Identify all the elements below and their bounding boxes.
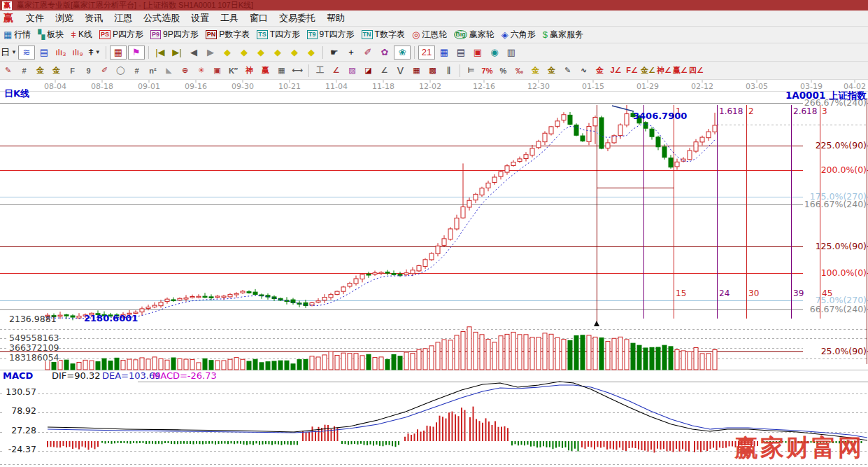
t3-button-time-clock[interactable]: ◯ <box>113 64 128 78</box>
t3-button-gold-underline[interactable]: 金 <box>544 64 559 78</box>
menu-item-tools[interactable]: 工具 <box>215 13 244 23</box>
t2-button-diamond-v-expand[interactable]: ◆ <box>304 46 319 60</box>
toolbar1-button-quotes[interactable]: ▦行情 <box>0 28 34 42</box>
t2-button-period-day[interactable]: 日▼ <box>1 46 17 60</box>
toolbar1-button-winner-wheel[interactable]: Big赢家轮 <box>450 28 498 42</box>
t3-button-n-squared[interactable]: n² <box>145 64 160 78</box>
t3-button-shen-angle[interactable]: 神∠ <box>657 64 671 78</box>
t3-button-gold-grid-2[interactable]: 金 <box>49 64 64 78</box>
t3-button-brush[interactable]: ✐ <box>97 64 112 78</box>
t2-button-web-browser[interactable]: ◉ <box>487 46 502 60</box>
toolbar1-button-gann-wheel[interactable]: ◎江恩轮 <box>408 28 450 42</box>
t2-button-diamond-right[interactable]: ◆ <box>236 46 252 60</box>
t3-button-vee-lines[interactable]: ⋁ <box>393 64 408 78</box>
menu-item-file[interactable]: 文件 <box>20 13 50 23</box>
t2-button-brain-tool[interactable]: ❀ <box>394 46 411 60</box>
t2-button-pattern-box[interactable]: ▦ <box>110 46 127 60</box>
t3-button-shade-box-2[interactable]: ◪ <box>361 64 376 78</box>
t3-button-gold-red[interactable]: 金 <box>592 64 607 78</box>
toolbar1-button-9t-square[interactable]: T99T四方形 <box>304 28 358 42</box>
menu-item-window[interactable]: 窗口 <box>244 13 273 23</box>
t2-button-jump-first[interactable]: |◀ <box>152 46 168 60</box>
t3-button-nine-grid[interactable]: 9 <box>81 64 96 78</box>
menu-item-help[interactable]: 帮助 <box>321 13 350 23</box>
t3-button-gold-grid-1[interactable]: 金 <box>33 64 48 78</box>
t2-button-note-board[interactable]: ▤ <box>36 46 52 60</box>
t2-button-pin-measure[interactable]: ✐ <box>360 46 376 60</box>
volume-bar <box>178 359 182 370</box>
t3-button-dense-grid[interactable]: ▦ <box>409 64 424 78</box>
t3-button-f-angle[interactable]: F∠ <box>625 64 639 78</box>
t2-button-pan-hand[interactable]: ☛ <box>327 46 342 60</box>
volume-bar <box>593 337 597 370</box>
t3-button-k-mark[interactable]: Κ″ <box>226 64 241 78</box>
menu-item-gann[interactable]: 江恩 <box>108 13 138 23</box>
t2-button-color-profile[interactable]: ⚑ <box>128 46 145 60</box>
t3-button-grid-123[interactable]: ▦ <box>274 64 289 78</box>
toolbar1-button-9p-square[interactable]: P99P四方形 <box>147 28 202 42</box>
t3-button-curve-tool[interactable]: ∿ <box>576 64 591 78</box>
t3-button-angle-lines[interactable]: ∠ <box>377 64 392 78</box>
level-label-bg <box>803 242 867 251</box>
menu-item-browse[interactable]: 浏览 <box>50 13 79 23</box>
t3-button-fan-lines[interactable]: ∠ <box>329 64 343 78</box>
toolbar1-button-p-number-table[interactable]: PNP数字表 <box>202 28 254 42</box>
t3-button-gold-angle[interactable]: 金∠ <box>641 64 655 78</box>
t2-button-gann-glasses[interactable]: ✿ <box>377 46 392 60</box>
t3-button-parallel-lines[interactable]: ∥ <box>441 64 456 78</box>
t3-button-f-grid[interactable]: F <box>65 64 80 78</box>
t2-button-print[interactable]: ▥ <box>504 46 519 60</box>
t2-button-diamond-h-compress[interactable]: ◆ <box>270 46 285 60</box>
t2-button-candle-type[interactable]: ǂ▼ <box>87 46 102 60</box>
toolbar1-button-p-square[interactable]: PSP四方形 <box>96 28 147 42</box>
t3-button-gold-circle[interactable]: 金 <box>528 64 543 78</box>
toolbar1-button-t-square[interactable]: TST四方形 <box>253 28 304 42</box>
t3-button-si-angle[interactable]: 四∠ <box>689 64 704 78</box>
t3-button-star-rays[interactable]: ✳ <box>194 64 208 78</box>
t3-button-percent[interactable]: % <box>496 64 511 78</box>
t2-button-crosshair[interactable]: + <box>343 46 359 60</box>
t3-button-gong-frame[interactable]: 工 <box>313 64 327 78</box>
t3-button-target-frame[interactable]: ▣ <box>210 64 225 78</box>
t2-button-diamond-h-expand[interactable]: ◆ <box>253 46 269 60</box>
candle-body <box>152 305 157 307</box>
t2-button-bars-3[interactable]: ılı₃ <box>53 46 69 60</box>
t3-button-pen-2[interactable]: ✎ <box>560 64 575 78</box>
t2-button-calendar-21[interactable]: 21 <box>418 46 435 60</box>
toolbar1-button-hexagon[interactable]: ◈六角形 <box>498 28 539 42</box>
t2-button-report-pad[interactable]: ▤ <box>453 46 469 60</box>
t2-button-bars-9[interactable]: ılı₉ <box>70 46 85 60</box>
toolbar1-button-t-number-table[interactable]: TNT数字表 <box>358 28 408 42</box>
volume-bar <box>404 352 408 370</box>
t2-button-step-forward[interactable]: ▶ <box>203 46 218 60</box>
t2-button-diamond-v-compress[interactable]: ◆ <box>287 46 302 60</box>
toolbar1-button-winner-service[interactable]: $赢家服务 <box>539 28 587 42</box>
toolbar1-button-kline[interactable]: ǂK线 <box>67 28 96 42</box>
t3-button-shen-tool[interactable]: 神 <box>242 64 257 78</box>
toolbar1-button-sectors[interactable]: ▚板块 <box>34 28 67 42</box>
t3-button-pen[interactable]: ✎ <box>1 64 15 78</box>
menu-item-news[interactable]: 资讯 <box>79 13 108 23</box>
t3-button-j-angle[interactable]: J∠ <box>609 64 623 78</box>
t2-button-wave-overlay[interactable]: ≋ <box>18 46 35 60</box>
t3-button-ying-angle[interactable]: 赢∠ <box>673 64 688 78</box>
t3-button-dense-grid-2[interactable]: ▩ <box>425 64 440 78</box>
t2-button-jump-last[interactable]: ▶| <box>169 46 185 60</box>
t2-button-save[interactable]: ▣ <box>470 46 485 60</box>
menu-item-formula-stock-picker[interactable]: 公式选股 <box>138 13 185 23</box>
t3-button-shade-box[interactable]: ▨ <box>345 64 360 78</box>
t3-button-ying-tool[interactable]: 赢 <box>258 64 273 78</box>
t3-button-percent-line[interactable]: ‰ <box>512 64 527 78</box>
t3-button-compass[interactable]: ⊕ <box>178 64 192 78</box>
t3-button-seven-percent[interactable]: 7% <box>480 64 495 78</box>
t3-button-set-square[interactable]: ◣ <box>162 64 176 78</box>
t3-button-tick-comb[interactable]: # <box>17 64 31 78</box>
t3-button-tick-comb-2[interactable]: # <box>129 64 144 78</box>
t2-button-step-back[interactable]: ◀ <box>186 46 201 60</box>
t3-button-h-measure[interactable]: ⟷ <box>290 64 305 78</box>
menu-item-settings[interactable]: 设置 <box>185 13 215 23</box>
t3-button-scale-ruler[interactable]: ⊨ <box>464 64 478 78</box>
t2-button-calculator[interactable]: ▦ <box>436 46 452 60</box>
menu-item-trade-entrust[interactable]: 交易委托 <box>273 13 321 23</box>
t2-button-diamond-left[interactable]: ◆ <box>220 46 235 60</box>
